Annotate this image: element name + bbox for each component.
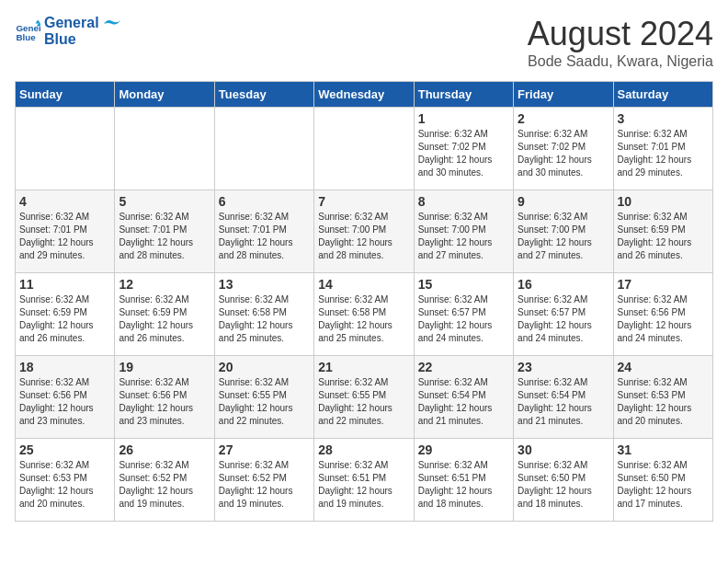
calendar-cell: 20Sunrise: 6:32 AMSunset: 6:55 PMDayligh… — [214, 356, 313, 439]
calendar-cell — [314, 108, 414, 190]
calendar-cell: 2Sunrise: 6:32 AMSunset: 7:02 PMDaylight… — [514, 108, 613, 190]
day-number: 2 — [518, 111, 609, 126]
calendar-cell: 9Sunrise: 6:32 AMSunset: 7:00 PMDaylight… — [514, 190, 613, 273]
day-info: Sunrise: 6:32 AMSunset: 7:01 PMDaylight:… — [618, 128, 709, 179]
col-header-friday: Friday — [514, 82, 613, 108]
calendar-cell: 29Sunrise: 6:32 AMSunset: 6:51 PMDayligh… — [414, 439, 513, 522]
day-number: 15 — [418, 277, 509, 292]
day-info: Sunrise: 6:32 AMSunset: 7:01 PMDaylight:… — [19, 211, 110, 262]
day-info: Sunrise: 6:32 AMSunset: 7:00 PMDaylight:… — [318, 211, 409, 262]
day-number: 30 — [518, 442, 609, 457]
day-number: 10 — [618, 194, 709, 209]
day-info: Sunrise: 6:32 AMSunset: 6:52 PMDaylight:… — [119, 459, 210, 511]
calendar-cell: 8Sunrise: 6:32 AMSunset: 7:00 PMDaylight… — [414, 190, 513, 273]
calendar-cell: 28Sunrise: 6:32 AMSunset: 6:51 PMDayligh… — [314, 439, 414, 522]
day-number: 31 — [618, 442, 709, 457]
calendar-header-row: SundayMondayTuesdayWednesdayThursdayFrid… — [16, 82, 713, 108]
col-header-sunday: Sunday — [16, 82, 115, 108]
day-info: Sunrise: 6:32 AMSunset: 6:50 PMDaylight:… — [618, 459, 709, 511]
day-info: Sunrise: 6:32 AMSunset: 6:52 PMDaylight:… — [219, 459, 310, 511]
day-number: 19 — [119, 360, 210, 374]
calendar-cell: 22Sunrise: 6:32 AMSunset: 6:54 PMDayligh… — [414, 356, 513, 439]
month-year-title: August 2024 — [528, 15, 713, 53]
day-number: 9 — [518, 194, 609, 209]
calendar-cell — [115, 108, 214, 190]
day-number: 4 — [19, 194, 110, 209]
day-info: Sunrise: 6:32 AMSunset: 6:59 PMDaylight:… — [618, 211, 709, 262]
day-number: 20 — [219, 360, 310, 374]
day-number: 7 — [318, 194, 409, 209]
col-header-tuesday: Tuesday — [214, 82, 313, 108]
calendar-cell: 18Sunrise: 6:32 AMSunset: 6:56 PMDayligh… — [16, 356, 115, 439]
day-number: 26 — [119, 442, 210, 457]
calendar-cell: 6Sunrise: 6:32 AMSunset: 7:01 PMDaylight… — [214, 190, 313, 273]
calendar-week-row: 18Sunrise: 6:32 AMSunset: 6:56 PMDayligh… — [16, 356, 713, 439]
day-number: 29 — [418, 442, 509, 457]
logo-line1: General — [44, 15, 120, 31]
page-header: General Blue General Blue August 2024 Bo… — [15, 15, 713, 70]
calendar-cell: 14Sunrise: 6:32 AMSunset: 6:58 PMDayligh… — [314, 273, 414, 356]
title-block: August 2024 Bode Saadu, Kwara, Nigeria — [528, 15, 713, 70]
calendar-cell: 15Sunrise: 6:32 AMSunset: 6:57 PMDayligh… — [414, 273, 513, 356]
day-number: 18 — [19, 360, 110, 374]
calendar-cell: 21Sunrise: 6:32 AMSunset: 6:55 PMDayligh… — [314, 356, 414, 439]
calendar-cell: 12Sunrise: 6:32 AMSunset: 6:59 PMDayligh… — [115, 273, 214, 356]
day-info: Sunrise: 6:32 AMSunset: 6:54 PMDaylight:… — [418, 376, 509, 428]
day-info: Sunrise: 6:32 AMSunset: 6:54 PMDaylight:… — [518, 376, 609, 428]
day-number: 13 — [219, 277, 310, 292]
day-info: Sunrise: 6:32 AMSunset: 6:53 PMDaylight:… — [19, 459, 110, 511]
calendar-cell: 7Sunrise: 6:32 AMSunset: 7:00 PMDaylight… — [314, 190, 414, 273]
logo-bird-icon — [104, 18, 120, 29]
day-info: Sunrise: 6:32 AMSunset: 6:57 PMDaylight:… — [518, 293, 609, 345]
day-number: 6 — [219, 194, 310, 209]
day-number: 27 — [219, 442, 310, 457]
day-info: Sunrise: 6:32 AMSunset: 6:55 PMDaylight:… — [318, 376, 409, 428]
logo: General Blue General Blue — [15, 15, 120, 47]
day-number: 8 — [418, 194, 509, 209]
calendar-cell: 17Sunrise: 6:32 AMSunset: 6:56 PMDayligh… — [613, 273, 712, 356]
calendar-cell: 16Sunrise: 6:32 AMSunset: 6:57 PMDayligh… — [514, 273, 613, 356]
calendar-cell: 19Sunrise: 6:32 AMSunset: 6:56 PMDayligh… — [115, 356, 214, 439]
logo-text-block: General Blue — [44, 15, 120, 47]
day-number: 16 — [518, 277, 609, 292]
day-info: Sunrise: 6:32 AMSunset: 6:59 PMDaylight:… — [119, 293, 210, 345]
calendar-cell: 11Sunrise: 6:32 AMSunset: 6:59 PMDayligh… — [16, 273, 115, 356]
day-info: Sunrise: 6:32 AMSunset: 7:02 PMDaylight:… — [518, 128, 609, 179]
calendar-cell: 1Sunrise: 6:32 AMSunset: 7:02 PMDaylight… — [414, 108, 513, 190]
day-info: Sunrise: 6:32 AMSunset: 6:58 PMDaylight:… — [219, 293, 310, 345]
day-info: Sunrise: 6:32 AMSunset: 6:56 PMDaylight:… — [19, 376, 110, 428]
col-header-monday: Monday — [115, 82, 214, 108]
calendar-cell: 27Sunrise: 6:32 AMSunset: 6:52 PMDayligh… — [214, 439, 313, 522]
day-number: 23 — [518, 360, 609, 374]
day-info: Sunrise: 6:32 AMSunset: 6:56 PMDaylight:… — [618, 293, 709, 345]
location-subtitle: Bode Saadu, Kwara, Nigeria — [528, 53, 713, 70]
calendar-cell: 13Sunrise: 6:32 AMSunset: 6:58 PMDayligh… — [214, 273, 313, 356]
svg-marker-2 — [35, 19, 40, 23]
day-number: 3 — [618, 111, 709, 126]
day-info: Sunrise: 6:32 AMSunset: 6:50 PMDaylight:… — [518, 459, 609, 511]
day-number: 12 — [119, 277, 210, 292]
calendar-cell — [214, 108, 313, 190]
calendar-cell — [16, 108, 115, 190]
day-number: 28 — [318, 442, 409, 457]
day-info: Sunrise: 6:32 AMSunset: 6:58 PMDaylight:… — [318, 293, 409, 345]
calendar-week-row: 4Sunrise: 6:32 AMSunset: 7:01 PMDaylight… — [16, 190, 713, 273]
logo-line2: Blue — [44, 31, 120, 48]
day-number: 22 — [418, 360, 509, 374]
day-info: Sunrise: 6:32 AMSunset: 7:00 PMDaylight:… — [418, 211, 509, 262]
day-info: Sunrise: 6:32 AMSunset: 6:55 PMDaylight:… — [219, 376, 310, 428]
col-header-wednesday: Wednesday — [314, 82, 414, 108]
day-number: 5 — [119, 194, 210, 209]
calendar-cell: 4Sunrise: 6:32 AMSunset: 7:01 PMDaylight… — [16, 190, 115, 273]
calendar-table: SundayMondayTuesdayWednesdayThursdayFrid… — [15, 81, 713, 522]
svg-text:Blue: Blue — [16, 31, 36, 41]
logo-icon: General Blue — [15, 18, 40, 44]
calendar-week-row: 25Sunrise: 6:32 AMSunset: 6:53 PMDayligh… — [16, 439, 713, 522]
day-info: Sunrise: 6:32 AMSunset: 7:01 PMDaylight:… — [119, 211, 210, 262]
day-info: Sunrise: 6:32 AMSunset: 6:53 PMDaylight:… — [618, 376, 709, 428]
day-number: 11 — [19, 277, 110, 292]
day-info: Sunrise: 6:32 AMSunset: 6:57 PMDaylight:… — [418, 293, 509, 345]
day-number: 21 — [318, 360, 409, 374]
calendar-cell: 26Sunrise: 6:32 AMSunset: 6:52 PMDayligh… — [115, 439, 214, 522]
day-number: 24 — [618, 360, 709, 374]
